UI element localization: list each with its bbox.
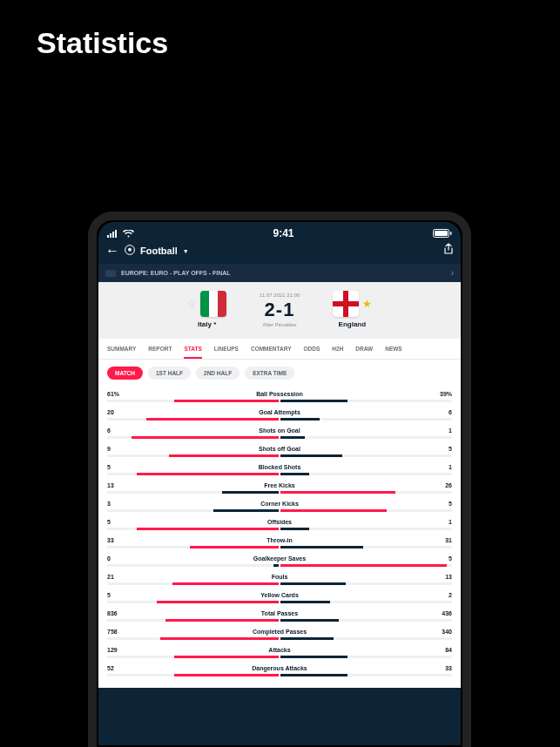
stat-home-bar (107, 436, 279, 439)
battery-icon (433, 229, 452, 238)
favorite-star-icon[interactable]: ☆ (187, 298, 197, 310)
stat-home-bar (107, 509, 279, 512)
stat-row: 33Throw-in31 (107, 533, 452, 551)
stat-row: 6Shots on Goal1 (107, 423, 452, 441)
stat-home-bar (107, 528, 279, 530)
away-team[interactable]: ★ England (317, 291, 387, 328)
stat-name: Free Kicks (132, 482, 428, 488)
italy-flag-icon (200, 291, 226, 317)
stat-row: 13Free Kicks26 (107, 478, 452, 496)
stat-name: Dangerous Attacks (132, 665, 428, 671)
status-left (107, 230, 134, 238)
stat-home-value: 836 (107, 610, 132, 616)
england-flag-icon (333, 291, 359, 317)
stat-away-value: 1 (428, 464, 452, 470)
tab-h2h[interactable]: H2H (332, 346, 343, 359)
stat-away-value: 6 (428, 409, 452, 415)
tab-news[interactable]: NEWS (385, 346, 402, 359)
stat-away-value: 31 (428, 537, 452, 543)
tab-stats[interactable]: STATS (184, 346, 201, 359)
period-pill[interactable]: MATCH (107, 367, 143, 380)
stat-away-bar (280, 400, 452, 402)
stat-home-value: 5 (107, 519, 132, 525)
stat-away-value: 84 (428, 647, 452, 653)
stat-name: Corner Kicks (132, 501, 428, 507)
stat-name: Offsides (132, 519, 428, 525)
stat-name: Shots off Goal (132, 446, 428, 452)
svg-rect-6 (435, 231, 448, 236)
stat-away-bar (280, 564, 452, 567)
competition-bar[interactable]: EUROPE: EURO - PLAY OFFS - FINAL › (98, 264, 461, 282)
sport-dropdown-label[interactable]: Football (140, 246, 178, 256)
stat-home-bar (107, 454, 279, 457)
back-icon[interactable]: ← (105, 243, 119, 259)
stat-home-value: 20 (107, 409, 132, 415)
stat-home-value: 21 (107, 574, 132, 580)
stat-home-value: 758 (107, 629, 132, 635)
stat-name: Yellow Cards (132, 592, 428, 598)
chevron-right-icon: › (451, 268, 454, 278)
stat-home-bar (107, 564, 279, 567)
stat-away-bar (280, 674, 452, 676)
stat-name: Goalkeeper Saves (132, 555, 428, 562)
status-right (433, 229, 452, 238)
stat-home-value: 5 (107, 592, 132, 598)
stat-name: Fouls (132, 574, 428, 580)
score-subtext: After Penalties (262, 322, 296, 327)
stat-away-value: 5 (428, 555, 452, 562)
stat-row: 20Goal Attempts6 (107, 405, 452, 423)
stat-away-bar (280, 491, 452, 494)
stat-away-bar (280, 528, 452, 530)
stat-home-value: 3 (107, 501, 132, 507)
tab-lineups[interactable]: LINEUPS (214, 346, 239, 359)
tab-odds[interactable]: ODDS (304, 346, 320, 359)
nav-left[interactable]: ← Football ▼ (105, 243, 189, 259)
competition-label: EUROPE: EURO - PLAY OFFS - FINAL (121, 270, 231, 276)
share-icon[interactable] (443, 243, 454, 259)
period-pill[interactable]: 1ST HALF (148, 367, 191, 380)
stat-away-bar (280, 656, 452, 658)
period-pill[interactable]: 2ND HALF (196, 367, 240, 380)
stat-home-value: 33 (107, 537, 132, 543)
stat-home-bar (107, 637, 279, 640)
stat-away-value: 5 (428, 501, 452, 507)
stat-home-bar (107, 619, 279, 622)
stat-row: 836Total Passes436 (107, 606, 452, 624)
tab-report[interactable]: REPORT (148, 346, 172, 359)
stat-away-value: 39% (428, 391, 452, 397)
home-team-name: Italy * (198, 320, 216, 328)
tab-draw[interactable]: DRAW (355, 346, 373, 359)
stat-name: Blocked Shots (132, 464, 428, 470)
screen: 9:41 ← Football ▼ EUR (98, 222, 461, 745)
stat-home-bar (107, 601, 279, 603)
favorite-star-icon[interactable]: ★ (362, 298, 372, 310)
stat-home-value: 61% (107, 391, 132, 397)
match-datetime: 11.07.2021 21:00 (260, 293, 300, 298)
cellular-icon (107, 230, 119, 238)
home-team[interactable]: ☆ Italy * (172, 291, 242, 328)
stat-away-value: 436 (428, 610, 452, 616)
period-pill[interactable]: EXTRA TIME (245, 367, 294, 380)
stat-home-value: 0 (107, 555, 132, 562)
wifi-icon (123, 230, 134, 238)
stat-home-value: 5 (107, 464, 132, 470)
stats-list: 61%Ball Possession39%20Goal Attempts66Sh… (98, 387, 461, 688)
stat-away-bar (280, 436, 452, 439)
away-team-name: England (339, 320, 367, 328)
tab-commentary[interactable]: COMMENTARY (251, 346, 292, 359)
stat-away-value: 1 (428, 427, 452, 434)
stat-row: 21Fouls13 (107, 569, 452, 588)
stat-name: Completed Passes (132, 629, 428, 635)
stat-row: 61%Ball Possession39% (107, 387, 452, 405)
stat-home-value: 52 (107, 665, 132, 671)
stat-home-value: 9 (107, 446, 132, 452)
stat-home-value: 6 (107, 427, 132, 434)
match-header: ☆ Italy * 11.07.2021 21:00 2-1 After Pen… (98, 282, 461, 339)
chevron-down-icon: ▼ (183, 248, 189, 254)
svg-marker-8 (128, 248, 132, 252)
stat-home-bar (107, 546, 279, 548)
stat-row: 0Goalkeeper Saves5 (107, 551, 452, 569)
tab-summary[interactable]: SUMMARY (107, 346, 136, 359)
stat-home-value: 129 (107, 647, 132, 653)
score-block: 11.07.2021 21:00 2-1 After Penalties (260, 293, 300, 327)
